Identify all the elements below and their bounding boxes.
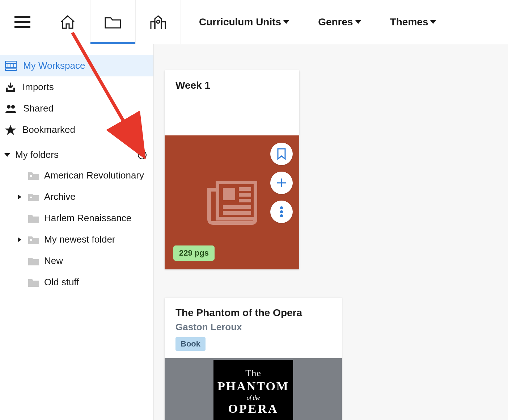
card-head: Week 1 (165, 70, 299, 135)
menu-label: Themes (390, 16, 428, 28)
cover-line: of the (247, 395, 260, 401)
card-week1[interactable]: Week 1 229 pgs (165, 70, 299, 269)
menu-label: Curriculum Units (199, 16, 281, 28)
folder-label: American Revolutionary (44, 170, 144, 181)
folder-item-american-revolutionary[interactable]: American Revolutionary (12, 165, 153, 186)
caret-down-icon (283, 20, 289, 24)
menu-themes[interactable]: Themes (390, 16, 436, 28)
folder-label: New (44, 255, 63, 266)
star-icon (5, 125, 16, 135)
top-menu: Curriculum Units Genres Themes (199, 0, 436, 44)
svg-rect-2 (14, 26, 30, 28)
school-icon (150, 14, 166, 30)
bookmark-button[interactable] (270, 143, 293, 165)
caret-down-icon (355, 20, 361, 24)
folder-icon (28, 193, 39, 201)
folder-label: Harlem Renaissance (44, 213, 131, 224)
caret-down-icon (4, 153, 10, 157)
folder-icon (28, 235, 39, 244)
plus-icon (276, 177, 287, 188)
sidebar-label: Imports (22, 81, 54, 93)
more-button[interactable] (270, 201, 293, 223)
more-vert-icon (280, 206, 283, 217)
my-folders-toggle[interactable]: My folders (4, 149, 59, 160)
svg-point-15 (11, 105, 15, 109)
bookmark-icon (277, 148, 286, 160)
hamburger-icon (14, 16, 30, 28)
card-body: 229 pgs (165, 135, 299, 269)
svg-rect-13 (13, 88, 15, 90)
folders-label: My folders (15, 149, 59, 160)
svg-rect-21 (30, 239, 32, 241)
book-cover: The PHANTOM of the OPERA (213, 360, 293, 420)
folder-item-old-stuff[interactable]: Old stuff (12, 272, 153, 293)
folder-icon (104, 15, 122, 29)
add-button[interactable] (270, 172, 293, 194)
book-chip: Book (175, 337, 206, 351)
svg-point-14 (7, 105, 10, 109)
card-author: Gaston Leroux (175, 322, 331, 333)
svg-rect-19 (30, 175, 32, 177)
folder-label: Old stuff (44, 277, 79, 288)
workspace-icon (5, 61, 17, 71)
sidebar-label: Bookmarked (22, 124, 75, 135)
cover-line: The (245, 368, 261, 379)
chevron-right-icon (16, 237, 23, 242)
my-folders-header: My folders (0, 140, 153, 165)
svg-point-31 (280, 206, 283, 209)
folder-item-my-newest-folder[interactable]: My newest folder (12, 229, 153, 250)
sidebar-item-imports[interactable]: Imports (0, 76, 153, 98)
top-nav: Curriculum Units Genres Themes (0, 0, 508, 44)
svg-rect-12 (6, 88, 8, 90)
svg-rect-1 (14, 21, 30, 23)
svg-rect-11 (6, 90, 15, 92)
menu-label: Genres (318, 16, 353, 28)
sidebar-label: Shared (23, 103, 54, 114)
sidebar: My Workspace Imports Shared Bookmarked M… (0, 44, 154, 420)
newspaper-icon (205, 179, 259, 226)
card-actions (270, 143, 293, 223)
folder-label: My newest folder (44, 234, 115, 245)
card-body: The PHANTOM of the OPERA (165, 358, 342, 420)
folder-icon (28, 257, 39, 265)
hamburger-tab[interactable] (0, 0, 45, 44)
folder-item-archive[interactable]: Archive (12, 186, 153, 207)
svg-rect-10 (5, 69, 16, 71)
sidebar-label: My Workspace (23, 60, 85, 71)
card-title: The Phantom of the Opera (175, 306, 331, 319)
folder-list: American Revolutionary Archive Harlem Re… (0, 165, 153, 293)
home-icon (60, 14, 76, 30)
folder-tab[interactable] (90, 0, 136, 44)
svg-rect-23 (223, 188, 235, 200)
folder-icon (28, 214, 39, 223)
cover-line: OPERA (228, 402, 279, 416)
menu-curriculum-units[interactable]: Curriculum Units (199, 16, 289, 28)
folder-item-new[interactable]: New (12, 250, 153, 272)
pages-badge: 229 pgs (173, 245, 215, 261)
school-tab[interactable] (136, 0, 181, 44)
sidebar-item-bookmarked[interactable]: Bookmarked (0, 119, 153, 140)
home-tab[interactable] (45, 0, 90, 44)
folder-icon (28, 278, 39, 287)
folder-item-harlem-renaissance[interactable]: Harlem Renaissance (12, 207, 153, 229)
sidebar-item-workspace[interactable]: My Workspace (0, 55, 153, 76)
imports-icon (5, 82, 16, 93)
svg-point-3 (157, 20, 160, 23)
card-title: Week 1 (175, 79, 288, 92)
main-layout: My Workspace Imports Shared Bookmarked M… (0, 44, 508, 420)
caret-down-icon (430, 20, 436, 24)
svg-rect-20 (30, 197, 32, 198)
shared-icon (5, 104, 17, 113)
content-grid: Week 1 229 pgs (154, 44, 508, 420)
cover-line: PHANTOM (217, 379, 289, 393)
plus-circle-icon (137, 150, 147, 160)
svg-point-32 (280, 210, 283, 213)
svg-rect-0 (14, 16, 30, 18)
folder-label: Archive (44, 191, 76, 202)
card-phantom[interactable]: The Phantom of the Opera Gaston Leroux B… (165, 298, 342, 420)
sidebar-item-shared[interactable]: Shared (0, 98, 153, 119)
menu-genres[interactable]: Genres (318, 16, 361, 28)
folder-icon (28, 171, 39, 180)
add-folder-button[interactable] (137, 150, 147, 160)
svg-point-33 (280, 214, 283, 217)
